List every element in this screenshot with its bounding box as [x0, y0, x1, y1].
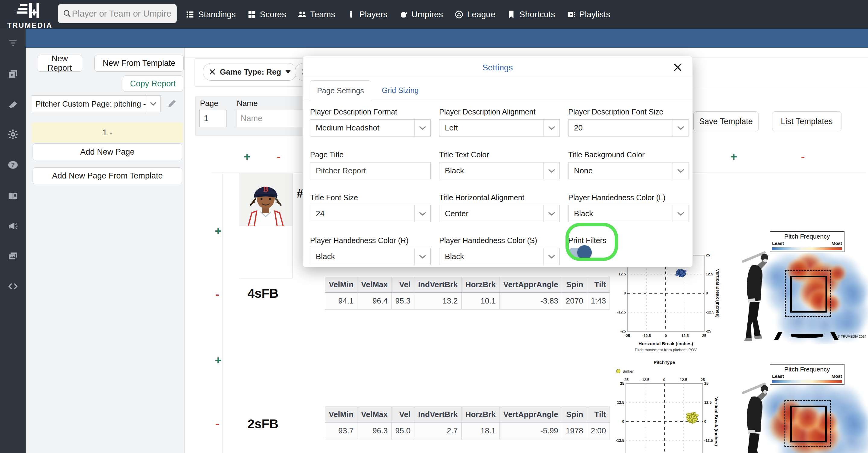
global-search[interactable]: [58, 4, 177, 23]
trumedia-logo[interactable]: TRUMEDIA: [4, 1, 56, 30]
search-input[interactable]: [71, 8, 172, 19]
stat-row: 94.196.495.313.210.1-3.8320701:43: [325, 292, 610, 310]
field-label: Title Font Size: [310, 193, 431, 202]
report-select[interactable]: Pitcher Custom Page: pitching -...: [32, 95, 161, 112]
filter-chip-game-type-reg[interactable]: Game Type: Reg: [203, 63, 297, 81]
chevron-down-icon: [414, 205, 430, 222]
player-handedness-color-l--select[interactable]: Black: [568, 205, 689, 222]
search-icon: [63, 9, 71, 18]
frequency-gradient-bar: [772, 247, 842, 250]
nav-item-scores[interactable]: Scores: [247, 10, 286, 19]
print-filters-toggle[interactable]: [568, 248, 591, 257]
svg-text:PitchType: PitchType: [654, 360, 675, 365]
nav-item-playlists[interactable]: Playlists: [567, 10, 611, 19]
remove-column-button[interactable]: -: [277, 151, 281, 163]
player-handedness-color-r--select[interactable]: Black: [310, 248, 431, 265]
sidebar-book-icon[interactable]: [0, 187, 26, 205]
chevron-down-icon: [673, 205, 688, 222]
add-new-page-from-template-button[interactable]: Add New Page From Template: [33, 167, 182, 184]
add-row-button[interactable]: +: [215, 225, 221, 237]
sidebar-help-icon[interactable]: ?: [0, 156, 26, 174]
save-template-button[interactable]: Save Template: [693, 111, 758, 131]
report-select-value: Pitcher Custom Page: pitching -...: [32, 100, 146, 109]
sidebar-video-playlist-icon[interactable]: [0, 65, 26, 83]
svg-text:-12.5: -12.5: [617, 310, 626, 314]
svg-text:-12.5: -12.5: [616, 438, 625, 443]
nav-item-label: Shortcuts: [519, 10, 555, 19]
svg-text:12.5: 12.5: [706, 272, 713, 276]
page-title-input[interactable]: [310, 162, 431, 179]
stat-column-header: HorzBrk: [461, 407, 499, 423]
player-description-font-size-select[interactable]: 20: [568, 119, 689, 137]
title-text-color-select[interactable]: Black: [439, 162, 560, 179]
new-report-button[interactable]: New Report: [37, 55, 82, 72]
sidebar-gear-icon[interactable]: [0, 125, 26, 143]
svg-text:-25: -25: [620, 329, 626, 333]
add-row-button[interactable]: +: [215, 355, 221, 366]
title-font-size-select[interactable]: 24: [310, 205, 431, 222]
edit-pencil-icon[interactable]: [167, 98, 177, 110]
remove-column-button[interactable]: -: [801, 151, 805, 163]
sidebar-image-stack-icon[interactable]: [0, 247, 26, 265]
new-from-template-button[interactable]: New From Template: [94, 55, 184, 72]
stat-column-header: HorzBrk: [461, 277, 499, 293]
page-list-item-1[interactable]: 1 -: [32, 123, 183, 143]
megaphone-icon: [7, 221, 19, 231]
remove-row-button[interactable]: -: [215, 418, 219, 429]
player-number-prefix: #: [297, 187, 303, 200]
stat-value: 18.1: [461, 422, 499, 440]
nav-item-players[interactable]: Players: [346, 10, 387, 19]
modal-title: Settings: [303, 63, 692, 73]
sidebar-megaphone-icon[interactable]: [0, 217, 26, 235]
page-number-input[interactable]: [199, 110, 226, 127]
title-background-color-select[interactable]: None: [568, 162, 689, 179]
sidebar-cards-icon[interactable]: [0, 95, 26, 114]
close-icon[interactable]: [673, 63, 682, 73]
settings-field: Print Filters: [568, 236, 689, 265]
add-column-button[interactable]: +: [731, 151, 737, 163]
pitch-type-label: 2sFB: [224, 417, 302, 431]
standings-list-icon: [185, 10, 194, 19]
heat-blob: [838, 279, 868, 310]
nav-item-label: Scores: [260, 10, 286, 19]
tab-page-settings[interactable]: Page Settings: [310, 80, 371, 101]
tab-grid-sizing[interactable]: Grid Sizing: [382, 80, 418, 100]
copy-report-button[interactable]: Copy Report: [123, 76, 183, 92]
add-new-page-button[interactable]: Add New Page: [33, 143, 182, 160]
title-horizontal-alignment-select[interactable]: Center: [439, 205, 560, 222]
stat-column-header: VertApprAngle: [499, 407, 562, 423]
list-templates-button[interactable]: List Templates: [772, 111, 841, 131]
field-label: Page Title: [310, 150, 431, 159]
field-label: Player Handedness Color (S): [439, 236, 560, 245]
filter-chip-label: Game Type: Reg: [220, 67, 281, 77]
nav-item-standings[interactable]: Standings: [185, 10, 236, 19]
sidebar-code-icon[interactable]: [0, 277, 26, 295]
chevron-down-icon: [673, 120, 688, 136]
player-description-alignment-select[interactable]: Left: [439, 119, 560, 137]
page-accent-bar: [26, 29, 868, 48]
add-column-button[interactable]: +: [244, 151, 250, 163]
pitch-stats-table: VelMinVelMaxVelIndVertBrkHorzBrkVertAppr…: [325, 406, 610, 440]
sidebar-filter-icon[interactable]: [0, 34, 26, 52]
stat-value: 2:00: [587, 422, 610, 440]
svg-text:12.5: 12.5: [681, 334, 688, 338]
help-icon: ?: [7, 160, 19, 170]
strike-zone: [790, 276, 827, 313]
settings-field: Page Title: [310, 150, 431, 179]
remove-row-button[interactable]: -: [215, 289, 219, 300]
nav-item-league[interactable]: League: [455, 10, 495, 19]
nav-item-teams[interactable]: Teams: [298, 10, 335, 19]
settings-field: Title Background ColorNone: [568, 150, 689, 179]
player-description-format-select[interactable]: Medium Headshot: [310, 119, 431, 137]
chevron-down-icon: [414, 120, 430, 136]
nav-item-shortcuts[interactable]: Shortcuts: [507, 10, 555, 19]
svg-text:12.5: 12.5: [704, 400, 711, 405]
report-panel: New Report New From Template Copy Report…: [26, 48, 185, 453]
remove-filter-icon[interactable]: [209, 68, 216, 75]
select-value: Left: [439, 123, 544, 133]
pitch-frequency-heatmap: Pitch Frequency Least Most: [740, 362, 868, 453]
nav-item-umpires[interactable]: Umpires: [399, 10, 443, 19]
code-icon: [7, 281, 19, 292]
player-handedness-color-s--select[interactable]: Black: [439, 248, 560, 265]
stat-column-header: Vel: [392, 277, 414, 293]
